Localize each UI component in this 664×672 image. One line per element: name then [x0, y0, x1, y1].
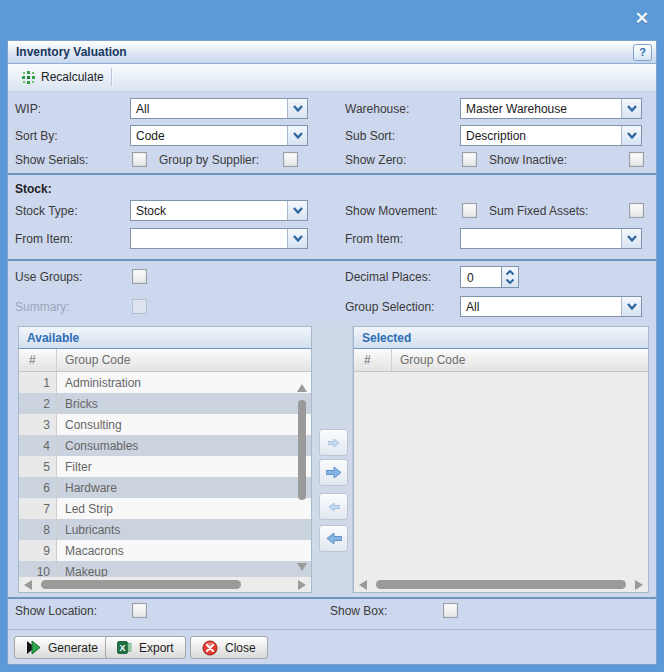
- chevron-up-icon: [505, 270, 515, 276]
- chevron-down-icon[interactable]: [287, 126, 307, 145]
- chevron-down-icon[interactable]: [621, 297, 641, 316]
- arrow-left-icon: [326, 532, 342, 545]
- excel-icon: X: [117, 640, 132, 655]
- use-groups-checkbox[interactable]: [132, 269, 147, 284]
- from-item-right-value: [461, 229, 621, 248]
- generate-button[interactable]: Generate: [14, 636, 110, 659]
- close-button[interactable]: Close: [190, 636, 268, 659]
- vertical-scrollbar[interactable]: [296, 384, 308, 571]
- stock-type-select[interactable]: Stock: [130, 200, 308, 221]
- scroll-up-icon[interactable]: [297, 384, 307, 392]
- list-item[interactable]: 7Led Strip: [19, 498, 311, 519]
- group-code-cell: Led Strip: [57, 498, 311, 519]
- show-inactive-label: Show Inactive:: [489, 153, 567, 167]
- from-item-right-label: From Item:: [345, 232, 403, 246]
- row-number: 3: [19, 414, 57, 435]
- group-selection-select[interactable]: All: [460, 296, 642, 317]
- inventory-valuation-dialog: Inventory Valuation ?: [7, 40, 657, 665]
- show-movement-checkbox[interactable]: [462, 203, 477, 218]
- available-list-body: 1Administration2Bricks3Consulting4Consum…: [19, 372, 311, 577]
- group-selection-label: Group Selection:: [345, 300, 434, 314]
- decimal-places-spinner[interactable]: 0: [460, 266, 519, 288]
- move-all-right-button[interactable]: [319, 459, 348, 486]
- group-by-supplier-checkbox[interactable]: [283, 152, 298, 167]
- sort-by-select[interactable]: Code: [130, 125, 308, 146]
- toolbar-separator: [111, 68, 113, 86]
- separator: [8, 629, 656, 630]
- toolbar: Recalculate: [8, 64, 656, 92]
- horizontal-scrollbar[interactable]: [19, 577, 311, 592]
- sum-fixed-assets-checkbox[interactable]: [629, 203, 644, 218]
- export-button[interactable]: X Export: [105, 636, 186, 659]
- sub-sort-select[interactable]: Description: [460, 125, 642, 146]
- move-all-left-button[interactable]: [319, 525, 348, 552]
- show-serials-checkbox[interactable]: [132, 152, 147, 167]
- row-number: 6: [19, 477, 57, 498]
- available-panel: Available # Group Code 1Administration2B…: [18, 326, 312, 593]
- arrow-right-icon: [326, 466, 342, 479]
- group-code-cell: Administration: [57, 372, 311, 393]
- vertical-scroll-thumb[interactable]: [298, 400, 306, 500]
- help-button[interactable]: ?: [633, 44, 652, 61]
- list-item[interactable]: 1Administration: [19, 372, 311, 393]
- chevron-down-icon[interactable]: [287, 99, 307, 118]
- horizontal-scroll-thumb[interactable]: [41, 580, 241, 589]
- arrow-left-icon: [328, 502, 340, 512]
- chevron-down-icon[interactable]: [621, 126, 641, 145]
- chevron-down-icon[interactable]: [621, 99, 641, 118]
- warehouse-value: Master Warehouse: [461, 99, 621, 118]
- recalculate-button[interactable]: Recalculate: [14, 67, 112, 87]
- wip-select[interactable]: All: [130, 98, 308, 119]
- sort-by-value: Code: [131, 126, 287, 145]
- from-item-left-select[interactable]: [130, 228, 308, 249]
- chevron-down-icon[interactable]: [621, 229, 641, 248]
- from-item-right-select[interactable]: [460, 228, 642, 249]
- show-zero-label: Show Zero:: [345, 153, 406, 167]
- row-number: 1: [19, 372, 57, 393]
- move-right-button[interactable]: [319, 429, 348, 456]
- show-zero-checkbox[interactable]: [462, 152, 477, 167]
- stock-type-value: Stock: [131, 201, 287, 220]
- list-item[interactable]: 6Hardware: [19, 477, 311, 498]
- list-item[interactable]: 2Bricks: [19, 393, 311, 414]
- list-item[interactable]: 4Consumables: [19, 435, 311, 456]
- show-box-checkbox[interactable]: [443, 603, 458, 618]
- scroll-left-icon[interactable]: [359, 580, 367, 590]
- horizontal-scroll-thumb[interactable]: [376, 580, 626, 589]
- horizontal-scrollbar[interactable]: [354, 577, 648, 592]
- list-item[interactable]: 8Lubricants: [19, 519, 311, 540]
- scroll-right-icon[interactable]: [635, 580, 643, 590]
- sum-fixed-assets-label: Sum Fixed Assets:: [489, 204, 588, 218]
- show-movement-label: Show Movement:: [345, 204, 438, 218]
- available-panel-title: Available: [19, 327, 311, 349]
- show-location-label: Show Location:: [15, 604, 97, 618]
- list-item[interactable]: 3Consulting: [19, 414, 311, 435]
- window-close-icon[interactable]: ✕: [635, 8, 649, 29]
- show-box-label: Show Box:: [330, 604, 387, 618]
- scroll-left-icon[interactable]: [24, 580, 32, 590]
- show-inactive-checkbox[interactable]: [629, 152, 644, 167]
- scroll-right-icon[interactable]: [298, 580, 306, 590]
- list-item[interactable]: 10Makeup: [19, 561, 311, 577]
- number-column-header: #: [19, 349, 57, 371]
- show-location-checkbox[interactable]: [132, 603, 147, 618]
- group-code-column-header: Group Code: [57, 349, 311, 371]
- scroll-down-icon[interactable]: [297, 563, 307, 571]
- separator: [8, 597, 656, 599]
- row-number: 8: [19, 519, 57, 540]
- group-code-cell: Consulting: [57, 414, 311, 435]
- recalculate-icon: [22, 71, 35, 84]
- warehouse-select[interactable]: Master Warehouse: [460, 98, 642, 119]
- chevron-down-icon[interactable]: [287, 229, 307, 248]
- move-left-button[interactable]: [319, 493, 348, 520]
- from-item-left-value: [131, 229, 287, 248]
- group-code-cell: Consumables: [57, 435, 311, 456]
- row-number: 5: [19, 456, 57, 477]
- list-item[interactable]: 9Macacrons: [19, 540, 311, 561]
- close-circle-icon: [202, 640, 218, 656]
- spinner-buttons[interactable]: [501, 266, 519, 288]
- number-column-header: #: [354, 349, 392, 371]
- list-item[interactable]: 5Filter: [19, 456, 311, 477]
- summary-label: Summary:: [15, 300, 70, 314]
- chevron-down-icon[interactable]: [287, 201, 307, 220]
